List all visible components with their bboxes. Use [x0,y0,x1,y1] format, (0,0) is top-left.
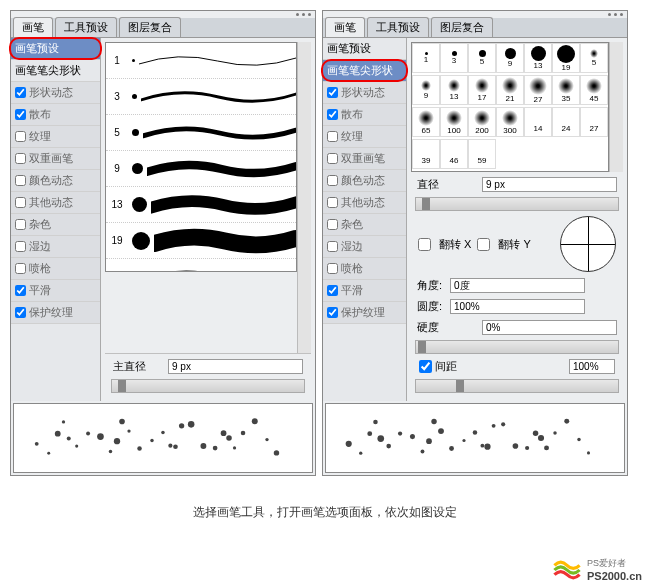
sidebar-item[interactable]: 纹理 [323,126,406,148]
tab-brush[interactable]: 画笔 [325,17,365,37]
flip-y-checkbox[interactable] [477,238,490,251]
sidebar-item[interactable]: 画笔预设 [11,38,100,60]
brush-stroke-row[interactable]: 9 [106,151,296,187]
sidebar-item[interactable]: 杂色 [323,214,406,236]
brush-thumb[interactable]: 17 [468,75,496,105]
sidebar-item[interactable]: 散布 [11,104,100,126]
spacing-input[interactable] [569,359,615,374]
brush-thumb[interactable]: 19 [552,43,580,73]
sidebar-item[interactable]: 颜色动态 [11,170,100,192]
brush-thumb[interactable]: 59 [468,139,496,169]
brush-thumb[interactable]: 200 [468,107,496,137]
hardness-input[interactable] [482,320,617,335]
brush-thumb[interactable]: 39 [412,139,440,169]
sidebar-item[interactable]: 保护纹理 [11,302,100,324]
diameter-slider[interactable] [415,197,619,211]
master-diameter-slider[interactable] [111,379,305,393]
brush-thumb[interactable]: 65 [412,107,440,137]
sidebar-checkbox[interactable] [15,307,26,318]
tab-tool-preset[interactable]: 工具预设 [55,17,117,37]
sidebar-item[interactable]: 颜色动态 [323,170,406,192]
spacing-slider[interactable] [415,379,619,393]
sidebar-item[interactable]: 双重画笔 [11,148,100,170]
angle-widget[interactable] [560,216,616,272]
hardness-slider[interactable] [415,340,619,354]
brush-stroke-row[interactable]: 5 [106,259,296,272]
brush-thumb[interactable]: 9 [496,43,524,73]
brush-thumb[interactable]: 13 [524,43,552,73]
sidebar-item[interactable]: 湿边 [323,236,406,258]
sidebar-checkbox[interactable] [15,87,26,98]
sidebar-checkbox[interactable] [15,109,26,120]
sidebar-item[interactable]: 形状动态 [323,82,406,104]
sidebar-item[interactable]: 画笔预设 [323,38,406,60]
brush-thumb[interactable]: 24 [552,107,580,137]
spacing-checkbox[interactable] [419,360,432,373]
sidebar-checkbox[interactable] [327,175,338,186]
sidebar-checkbox[interactable] [15,153,26,164]
scrollbar[interactable] [609,42,623,172]
brush-thumb[interactable]: 5 [468,43,496,73]
sidebar-item[interactable]: 形状动态 [11,82,100,104]
brush-thumb[interactable]: 100 [440,107,468,137]
brush-thumb[interactable]: 300 [496,107,524,137]
sidebar-checkbox[interactable] [15,175,26,186]
brush-stroke-list[interactable]: 1 3 5 9 13 19 5 9 13 [105,42,297,272]
sidebar-checkbox[interactable] [327,263,338,274]
sidebar-checkbox[interactable] [327,285,338,296]
sidebar-item[interactable]: 散布 [323,104,406,126]
brush-thumb[interactable]: 5 [580,43,608,73]
sidebar-item[interactable]: 喷枪 [11,258,100,280]
sidebar-item[interactable]: 其他动态 [11,192,100,214]
brush-stroke-row[interactable]: 19 [106,223,296,259]
sidebar-item[interactable]: 杂色 [11,214,100,236]
roundness-input[interactable] [450,299,585,314]
sidebar-checkbox[interactable] [15,241,26,252]
brush-tip-grid[interactable]: 1359131959131721273545651002003001424273… [411,42,609,172]
brush-thumb[interactable]: 27 [524,75,552,105]
sidebar-checkbox[interactable] [15,285,26,296]
sidebar-checkbox[interactable] [327,307,338,318]
brush-thumb[interactable]: 21 [496,75,524,105]
brush-stroke-row[interactable]: 13 [106,187,296,223]
brush-thumb[interactable]: 9 [412,75,440,105]
sidebar-checkbox[interactable] [15,219,26,230]
sidebar-item[interactable]: 湿边 [11,236,100,258]
master-diameter-input[interactable] [168,359,303,374]
sidebar-checkbox[interactable] [327,219,338,230]
sidebar-item[interactable]: 平滑 [323,280,406,302]
scrollbar[interactable] [297,42,311,353]
sidebar-item[interactable]: 平滑 [11,280,100,302]
sidebar-checkbox[interactable] [327,87,338,98]
sidebar-checkbox[interactable] [327,241,338,252]
sidebar-checkbox[interactable] [15,263,26,274]
brush-thumb[interactable]: 14 [524,107,552,137]
brush-thumb[interactable]: 27 [580,107,608,137]
sidebar-item[interactable]: 其他动态 [323,192,406,214]
sidebar-checkbox[interactable] [327,197,338,208]
sidebar-item[interactable]: 双重画笔 [323,148,406,170]
flip-x-checkbox[interactable] [418,238,431,251]
brush-thumb[interactable]: 45 [580,75,608,105]
tab-tool-preset[interactable]: 工具预设 [367,17,429,37]
brush-thumb[interactable]: 35 [552,75,580,105]
brush-thumb[interactable]: 1 [412,43,440,73]
brush-stroke-row[interactable]: 5 [106,115,296,151]
sidebar-checkbox[interactable] [15,197,26,208]
sidebar-checkbox[interactable] [15,131,26,142]
brush-stroke-row[interactable]: 1 [106,43,296,79]
brush-thumb[interactable]: 13 [440,75,468,105]
brush-stroke-row[interactable]: 3 [106,79,296,115]
sidebar-checkbox[interactable] [327,131,338,142]
sidebar-checkbox[interactable] [327,153,338,164]
brush-thumb[interactable]: 3 [440,43,468,73]
sidebar-checkbox[interactable] [327,109,338,120]
tab-brush[interactable]: 画笔 [13,17,53,37]
sidebar-item[interactable]: 喷枪 [323,258,406,280]
angle-input[interactable] [450,278,585,293]
sidebar-item[interactable]: 纹理 [11,126,100,148]
sidebar-item[interactable]: 保护纹理 [323,302,406,324]
tab-layer-comp[interactable]: 图层复合 [431,17,493,37]
sidebar-item[interactable]: 画笔笔尖形状 [323,60,406,82]
brush-thumb[interactable]: 46 [440,139,468,169]
